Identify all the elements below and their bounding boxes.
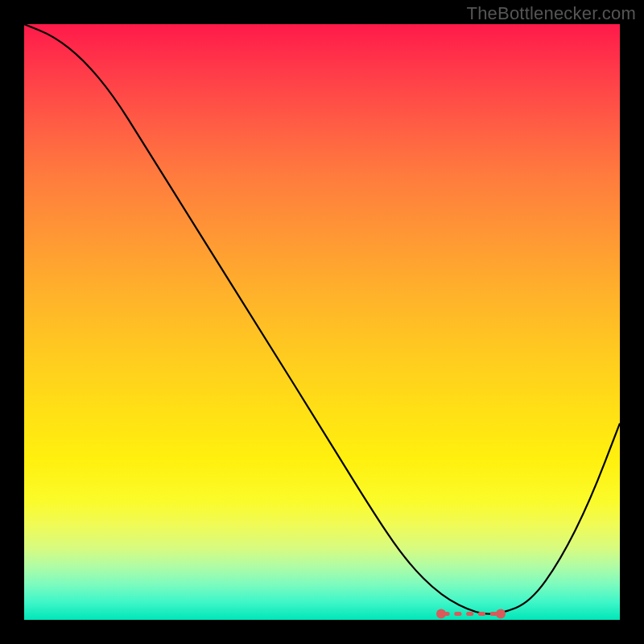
chart-frame	[24, 24, 620, 620]
watermark-text: TheBottlenecker.com	[467, 3, 636, 24]
plot-area	[24, 24, 620, 620]
chart-svg	[24, 24, 620, 620]
bottleneck-curve	[24, 24, 620, 614]
